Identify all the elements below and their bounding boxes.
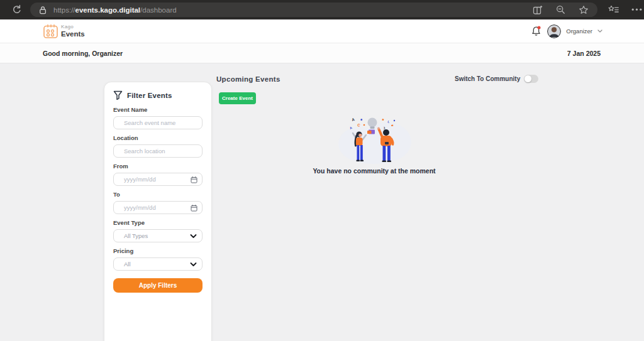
chevron-down-icon	[190, 262, 197, 266]
event-type-value: All Types	[124, 232, 148, 239]
apply-filters-button[interactable]: Apply Filters	[113, 278, 203, 293]
chevron-down-icon	[597, 30, 602, 33]
community-switch-row: Switch To Community	[455, 75, 538, 83]
to-date-input[interactable]	[113, 201, 203, 214]
logo-text-events: Events	[61, 30, 85, 38]
calendar-icon[interactable]	[191, 176, 197, 183]
screen: https://events.kago.digital/dashboard	[0, 0, 644, 341]
event-type-select[interactable]: All Types	[113, 229, 203, 242]
location-input[interactable]	[113, 144, 203, 158]
community-toggle[interactable]	[524, 75, 538, 83]
reload-icon[interactable]	[11, 4, 22, 15]
to-date-label: To	[113, 191, 203, 198]
address-bar[interactable]: https://events.kago.digital/dashboard	[30, 3, 597, 17]
greeting-message: Good morning, Organizer	[43, 50, 123, 57]
page-title: Upcoming Events	[216, 75, 280, 83]
lock-icon[interactable]	[39, 6, 47, 14]
url-scheme: https://	[53, 6, 75, 14]
user-menu[interactable]: Organizer	[547, 24, 602, 38]
user-name: Organizer	[566, 28, 592, 35]
filter-funnel-icon	[113, 90, 123, 100]
pricing-select[interactable]: All	[113, 257, 203, 271]
kago-events-logo[interactable]: Kago Events	[43, 23, 85, 40]
pricing-label: Pricing	[113, 247, 203, 254]
location-label: Location	[113, 134, 203, 141]
calendar-logo-icon	[43, 23, 60, 40]
event-type-label: Event Type	[113, 219, 203, 226]
filter-panel: Filter Events Event Name Location From T…	[104, 82, 212, 341]
svg-text:C: C	[357, 123, 361, 127]
switch-to-community-label: Switch To Community	[455, 75, 520, 82]
greeting-bar: Good morning, Organizer 7 Jan 2025	[0, 43, 644, 63]
toggle-knob	[525, 75, 531, 82]
event-name-label: Event Name	[113, 106, 203, 113]
app-header: Kago Events Organizer	[0, 19, 644, 43]
calendar-icon[interactable]	[191, 204, 197, 212]
browser-toolbar: https://events.kago.digital/dashboard	[0, 0, 644, 19]
notification-bell-icon[interactable]	[531, 26, 541, 36]
zoom-out-icon[interactable]	[556, 5, 565, 14]
svg-text:A: A	[352, 117, 355, 122]
url-domain: events.kago.digital	[75, 6, 141, 14]
avatar	[547, 24, 561, 38]
from-date-label: From	[113, 163, 203, 170]
chevron-down-icon	[190, 234, 197, 238]
empty-community-illustration: A C A L J	[330, 112, 419, 168]
empty-state-message: You have no community at the moment	[299, 167, 450, 175]
favorite-star-icon[interactable]	[579, 5, 589, 15]
logo-text-kago: Kago	[61, 24, 85, 30]
split-screen-icon[interactable]	[533, 5, 543, 15]
filter-panel-title: Filter Events	[127, 92, 172, 99]
url-text: https://events.kago.digital/dashboard	[53, 6, 177, 14]
favorites-list-icon[interactable]	[608, 5, 619, 14]
browser-menu-icon[interactable]	[631, 8, 642, 11]
from-date-input[interactable]	[113, 173, 203, 186]
pricing-value: All	[124, 261, 131, 268]
create-event-button[interactable]: Create Event	[219, 92, 256, 104]
event-name-input[interactable]	[113, 116, 203, 129]
url-path: /dashboard	[140, 6, 177, 14]
current-date: 7 Jan 2025	[567, 50, 601, 57]
